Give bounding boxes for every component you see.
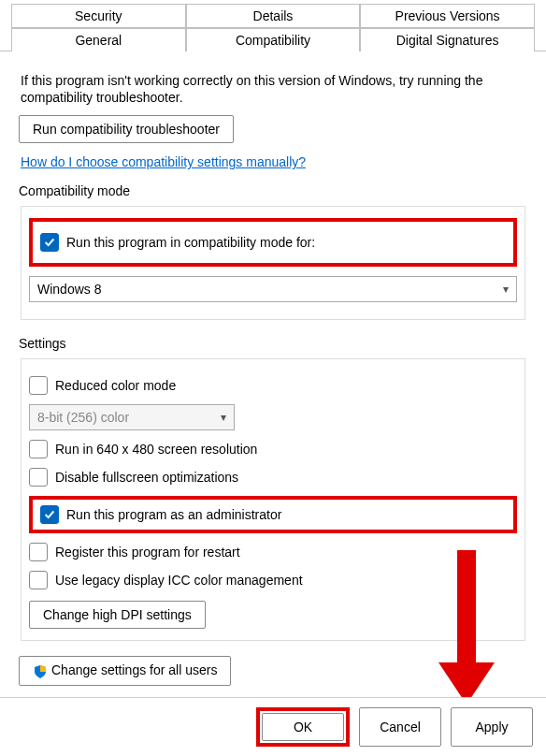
register-restart-checkbox[interactable] [29,543,48,561]
tab-compatibility[interactable]: Compatibility [186,28,361,51]
run-admin-checkbox[interactable] [40,505,59,524]
register-restart-label: Register this program for restart [55,545,240,560]
chevron-down-icon: ▾ [503,283,509,296]
compat-mode-title: Compatibility mode [15,183,134,198]
settings-title: Settings [15,336,70,351]
disable-fullscreen-checkbox[interactable] [29,468,48,487]
settings-group: Reduced color mode 8-bit (256) color ▾ R… [21,358,525,641]
compat-mode-group: Run this program in compatibility mode f… [21,206,525,320]
legacy-icc-checkbox[interactable] [29,571,48,589]
tab-details[interactable]: Details [186,4,361,28]
highlight-ok: OK [256,707,350,747]
cancel-button[interactable]: Cancel [359,707,441,747]
run-troubleshooter-button[interactable]: Run compatibility troubleshooter [19,115,234,143]
intro-text: If this program isn't working correctly … [21,72,525,106]
change-dpi-button[interactable]: Change high DPI settings [29,601,206,629]
compat-mode-select-value: Windows 8 [37,282,101,297]
tab-previous-versions[interactable]: Previous Versions [360,4,535,28]
compat-mode-label: Run this program in compatibility mode f… [66,235,315,250]
tab-strip: Security Details Previous Versions Gener… [0,0,546,51]
tab-content: If this program isn't working correctly … [0,51,546,686]
run-admin-label: Run this program as an administrator [66,507,281,522]
change-all-users-label: Change settings for all users [51,662,217,677]
highlight-run-admin: Run this program as an administrator [29,496,517,533]
highlight-compat-checkbox: Run this program in compatibility mode f… [29,218,517,267]
legacy-icc-label: Use legacy display ICC color management [55,573,303,588]
help-link[interactable]: How do I choose compatibility settings m… [21,154,306,169]
disable-fullscreen-label: Disable fullscreen optimizations [55,470,238,485]
reduced-color-checkbox[interactable] [29,376,48,395]
apply-button[interactable]: Apply [451,707,533,747]
run-640-checkbox[interactable] [29,440,48,458]
tab-digital-signatures[interactable]: Digital Signatures [360,28,535,51]
ok-button[interactable]: OK [262,713,344,741]
tab-general[interactable]: General [11,28,186,51]
shield-icon [33,664,48,679]
color-depth-select: 8-bit (256) color ▾ [29,404,235,430]
compat-mode-select[interactable]: Windows 8 ▾ [29,276,517,302]
tab-security[interactable]: Security [11,4,186,28]
dialog-footer: OK Cancel Apply [0,697,546,756]
compat-mode-checkbox[interactable] [40,233,59,252]
run-640-label: Run in 640 x 480 screen resolution [55,442,257,457]
color-depth-value: 8-bit (256) color [37,410,129,425]
change-all-users-button[interactable]: Change settings for all users [19,656,231,685]
chevron-down-icon: ▾ [221,411,226,424]
reduced-color-label: Reduced color mode [55,378,176,393]
